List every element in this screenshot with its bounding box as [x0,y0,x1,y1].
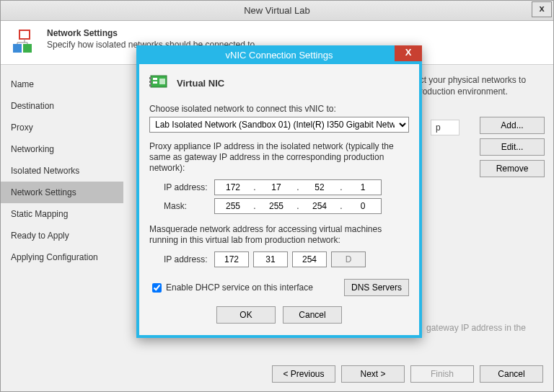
modal-titlebar: vNIC Connection Settings X [136,45,422,64]
masq-ip-octet-3[interactable] [292,251,327,267]
enable-dhcp-checkbox[interactable] [152,283,162,293]
masq-ip-octet-2[interactable] [253,251,288,267]
masq-ip-label: IP address: [164,254,214,264]
content-desc-line1: ect your physical networks to [415,75,526,85]
masq-ip-octet-4 [331,251,366,267]
stray-column-header: p [431,120,460,135]
edit-button[interactable]: Edit... [480,138,545,156]
nav-item-applying-configuration[interactable]: Applying Configuration [1,246,123,268]
nav-item-ready-to-apply[interactable]: Ready to Apply [1,225,123,246]
svg-rect-0 [19,30,30,39]
nav-item-destination[interactable]: Destination [1,95,123,117]
svg-rect-9 [153,81,157,84]
header-title: Network Settings [47,28,255,38]
mask-label: Mask: [164,201,214,211]
svg-rect-13 [149,84,151,86]
add-button[interactable]: Add... [480,117,545,134]
modal-cancel-button[interactable]: Cancel [283,306,342,324]
nav-item-name[interactable]: Name [1,74,123,95]
masq-ip-octet-1[interactable] [214,251,249,267]
vnic-settings-dialog: vNIC Connection Settings X Virtual NIC [136,45,422,338]
enable-dhcp-label: Enable DHCP service on this interface [166,282,313,293]
dot-icon: . [338,201,345,211]
window-close-button[interactable]: x [532,1,552,17]
mask-octet-4[interactable] [345,199,381,213]
nav-item-static-mapping[interactable]: Static Mapping [1,203,123,225]
svg-rect-10 [159,79,165,84]
masquerade-ip-input [214,251,366,267]
nav-item-proxy[interactable]: Proxy [1,117,123,138]
modal-title: vNIC Connection Settings [226,50,333,61]
dns-servers-button[interactable]: DNS Servers [344,279,409,296]
mask-input[interactable]: . . . [214,198,382,214]
dot-icon: . [294,182,302,192]
svg-rect-2 [23,44,32,53]
svg-rect-12 [149,81,151,83]
proxy-ip-input[interactable]: . . . [214,179,382,195]
nic-card-icon [149,73,171,94]
dot-icon: . [251,201,258,211]
next-button[interactable]: Next > [341,365,405,383]
bg-note-text: gateway IP address in the [426,323,526,333]
modal-buttons: OK Cancel [149,306,409,324]
nav-item-network-settings[interactable]: Network Settings [1,182,123,203]
dhcp-row: Enable DHCP service on this interface DN… [149,279,409,296]
network-settings-icon [11,28,38,55]
window-title: New Virtual Lab [244,5,310,16]
previous-button[interactable]: < Previous [272,365,335,383]
finish-button: Finish [410,365,474,383]
new-virtual-lab-window: New Virtual Lab x Network Settings Speci… [0,0,554,392]
dot-icon: . [251,182,258,192]
mask-octet-3[interactable] [302,199,338,213]
masquerade-ip-row: IP address: [164,251,409,267]
isolated-network-select[interactable]: Lab Isolated Network (Sandbox 01) (Intel… [149,117,409,133]
proxy-ip-octet-4[interactable] [345,180,381,195]
proxy-ip-octet-3[interactable] [302,180,338,195]
proxy-ip-octet-1[interactable] [215,180,251,195]
modal-ok-button[interactable]: OK [216,306,276,324]
nav-item-isolated-networks[interactable]: Isolated Networks [1,160,123,182]
dot-icon: . [294,201,302,211]
masquerade-hint: Masquerade network address for accessing… [149,224,409,246]
svg-rect-8 [153,78,157,80]
proxy-ip-row: IP address: . . . [164,179,409,195]
remove-button[interactable]: Remove [480,160,545,177]
dns-container: DNS Servers [344,279,409,296]
svg-rect-1 [13,44,22,53]
choose-network-label: Choose isolated network to connect this … [149,104,409,114]
vnic-header: Virtual NIC [149,73,409,94]
cancel-button[interactable]: Cancel [480,365,543,383]
modal-close-button[interactable]: X [395,45,422,61]
ip-address-label: IP address: [164,182,214,192]
list-action-buttons: Add... Edit... Remove [480,117,545,177]
content-desc-line2: production environment. [415,86,508,97]
titlebar: New Virtual Lab x [1,1,553,21]
proxy-ip-octet-2[interactable] [258,180,294,195]
proxy-ip-hint: Proxy appliance IP address in the isolat… [149,141,409,174]
mask-octet-2[interactable] [258,199,294,213]
wizard-buttons: < Previous Next > Finish Cancel [272,365,543,383]
vnic-title: Virtual NIC [177,78,224,89]
modal-body: Virtual NIC Choose isolated network to c… [139,64,419,335]
mask-octet-1[interactable] [215,199,251,213]
dot-icon: . [338,182,345,192]
content-description-fragment: ect your physical networks to production… [415,75,545,97]
svg-rect-11 [149,77,151,79]
nav-item-networking[interactable]: Networking [1,138,123,160]
mask-row: Mask: . . . [164,198,409,214]
wizard-nav: Name Destination Proxy Networking Isolat… [1,65,123,391]
